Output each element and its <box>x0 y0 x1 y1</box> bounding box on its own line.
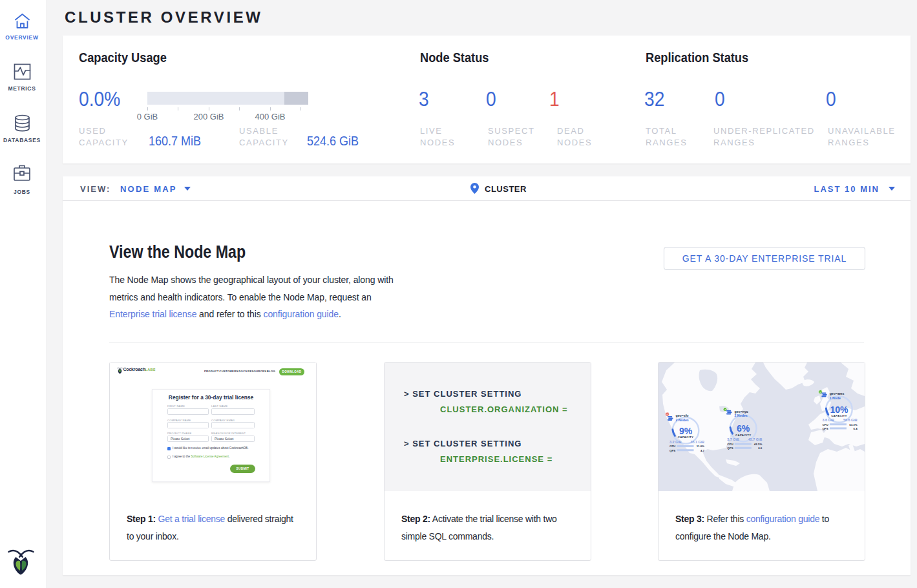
svg-text:QPS: QPS <box>727 446 733 450</box>
svg-text:4.7: 4.7 <box>701 449 705 452</box>
svg-text:2 Nodes: 2 Nodes <box>735 414 748 417</box>
svg-text:2 Nodes: 2 Nodes <box>676 418 689 422</box>
svg-text:geo=sfo: geo=sfo <box>676 414 689 417</box>
svg-text:45.7 GiB: 45.7 GiB <box>748 437 763 441</box>
svg-text:6%: 6% <box>737 423 750 434</box>
svg-text:geo=ams: geo=ams <box>830 392 845 395</box>
svg-text:CAPACITY: CAPACITY <box>735 434 752 437</box>
svg-text:QPS: QPS <box>669 449 675 452</box>
svg-text:9%: 9% <box>679 426 693 436</box>
svg-text:53.3%: 53.3% <box>849 423 858 426</box>
svg-text:QPS: QPS <box>822 427 828 430</box>
svg-text:35.1 GiB: 35.1 GiB <box>690 440 704 444</box>
svg-text:CAPACITY: CAPACITY <box>831 414 847 417</box>
svg-text:56.6 GiB: 56.6 GiB <box>843 418 858 422</box>
svg-text:42.5%: 42.5% <box>754 443 763 446</box>
svg-text:0.0: 0.0 <box>758 446 763 450</box>
svg-text:geo=nyc: geo=nyc <box>735 410 748 414</box>
svg-text:3.6 GiB: 3.6 GiB <box>822 418 834 422</box>
svg-text:1 Node: 1 Node <box>830 396 841 400</box>
svg-text:CPU: CPU <box>822 423 828 426</box>
svg-text:3.7 GiB: 3.7 GiB <box>727 437 739 441</box>
svg-text:3.2 GiB: 3.2 GiB <box>669 440 682 444</box>
svg-text:CPU: CPU <box>727 443 733 446</box>
svg-text:11.0%: 11.0% <box>697 445 704 448</box>
svg-text:CAPACITY: CAPACITY <box>678 436 694 439</box>
svg-text:10%: 10% <box>830 404 848 415</box>
svg-text:6.4: 6.4 <box>854 427 858 430</box>
svg-text:CPU: CPU <box>669 445 675 448</box>
